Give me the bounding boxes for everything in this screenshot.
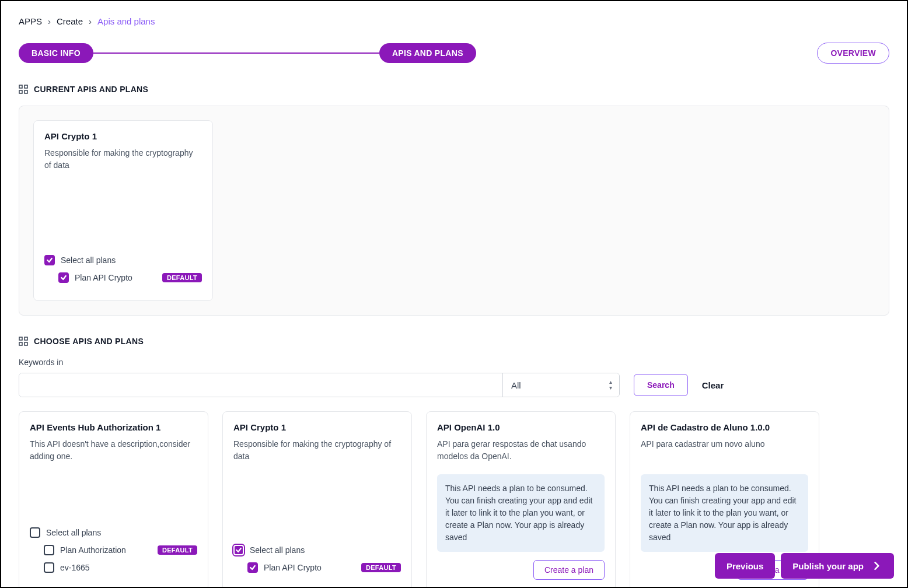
- select-value: All: [511, 380, 521, 390]
- search-filter-select[interactable]: All ▴▾: [502, 373, 619, 397]
- api-card-title: API Crypto 1: [44, 131, 202, 141]
- current-apis-container: API Crypto 1 Responsible for making the …: [19, 106, 889, 316]
- api-card-events-hub: API Events Hub Authorization 1 This API …: [19, 411, 208, 588]
- plan-label: Plan API Crypto: [75, 273, 132, 282]
- step-apis-and-plans[interactable]: APIS AND PLANS: [379, 43, 476, 63]
- select-all-label: Select all plans: [250, 545, 305, 555]
- section-title-choose: CHOOSE APIS AND PLANS: [34, 337, 144, 346]
- select-all-checkbox[interactable]: [30, 527, 40, 538]
- search-input[interactable]: [19, 373, 502, 397]
- plan-needed-alert: This API needs a plan to be consumed. Yo…: [641, 474, 808, 552]
- api-card-desc: API para cadastrar um novo aluno: [641, 438, 808, 450]
- grid-icon: [19, 85, 28, 94]
- select-all-label: Select all plans: [46, 528, 101, 537]
- plan-checkbox[interactable]: [247, 562, 258, 573]
- api-card-title: API OpenAI 1.0: [437, 422, 605, 432]
- chevron-right-icon: ›: [89, 16, 92, 26]
- plan-checkbox[interactable]: [44, 545, 54, 555]
- default-badge: DEFAULT: [158, 545, 197, 555]
- svg-rect-3: [25, 90, 27, 93]
- chevron-right-icon: [871, 560, 882, 572]
- svg-rect-2: [19, 90, 22, 93]
- current-api-card: API Crypto 1 Responsible for making the …: [33, 120, 213, 301]
- svg-rect-5: [25, 337, 27, 340]
- plan-label: ev-1665: [60, 563, 90, 572]
- plan-needed-alert: This API needs a plan to be consumed. Yo…: [437, 474, 605, 552]
- plan-checkbox[interactable]: [58, 272, 69, 283]
- section-title-current: CURRENT APIS AND PLANS: [34, 85, 148, 94]
- plan-label: Plan API Crypto: [264, 563, 322, 572]
- api-card-desc: This API doesn't have a description,cons…: [30, 438, 197, 463]
- select-all-checkbox[interactable]: [44, 255, 55, 265]
- svg-rect-7: [25, 342, 27, 345]
- svg-rect-0: [19, 85, 22, 88]
- api-card-desc: Responsible for making the cryptography …: [233, 438, 401, 463]
- breadcrumb-apps[interactable]: APPS: [19, 16, 42, 26]
- chevron-right-icon: ›: [48, 16, 51, 26]
- api-card-title: API Crypto 1: [233, 422, 401, 432]
- breadcrumb-create[interactable]: Create: [57, 16, 83, 26]
- default-badge: DEFAULT: [162, 273, 202, 282]
- step-basic-info[interactable]: BASIC INFO: [19, 43, 93, 63]
- svg-rect-1: [25, 85, 27, 88]
- search-input-wrap: All ▴▾: [19, 373, 620, 397]
- publish-button[interactable]: Publish your app: [781, 553, 894, 579]
- api-card-title: API Events Hub Authorization 1: [30, 422, 197, 432]
- overview-button[interactable]: OVERVIEW: [817, 43, 889, 64]
- api-card-desc: Responsible for making the cryptography …: [44, 147, 202, 172]
- breadcrumb: APPS › Create › Apis and plans: [19, 16, 889, 26]
- api-card-desc: API para gerar respostas de chat usando …: [437, 438, 605, 463]
- publish-label: Publish your app: [792, 561, 864, 571]
- default-badge: DEFAULT: [361, 563, 401, 572]
- grid-icon: [19, 337, 28, 346]
- keywords-label: Keywords in: [19, 358, 889, 367]
- select-all-checkbox[interactable]: [233, 545, 244, 555]
- select-all-label: Select all plans: [61, 256, 116, 265]
- stepper: BASIC INFO APIS AND PLANS: [19, 43, 476, 63]
- svg-rect-6: [19, 342, 22, 345]
- api-card-crypto: API Crypto 1 Responsible for making the …: [222, 411, 412, 588]
- previous-button[interactable]: Previous: [715, 553, 775, 579]
- footer-actions: Previous Publish your app: [715, 553, 894, 579]
- svg-rect-4: [19, 337, 22, 340]
- plan-checkbox[interactable]: [44, 562, 54, 573]
- api-card-openai: API OpenAI 1.0 API para gerar respostas …: [426, 411, 616, 588]
- breadcrumb-current: Apis and plans: [97, 16, 155, 26]
- search-button[interactable]: Search: [634, 374, 688, 396]
- create-plan-button[interactable]: Create a plan: [533, 560, 605, 580]
- api-card-title: API de Cadastro de Aluno 1.0.0: [641, 422, 808, 432]
- step-connector: [93, 52, 379, 54]
- plan-label: Plan Authorization: [60, 545, 126, 555]
- updown-icon: ▴▾: [609, 379, 612, 391]
- clear-button[interactable]: Clear: [702, 380, 724, 390]
